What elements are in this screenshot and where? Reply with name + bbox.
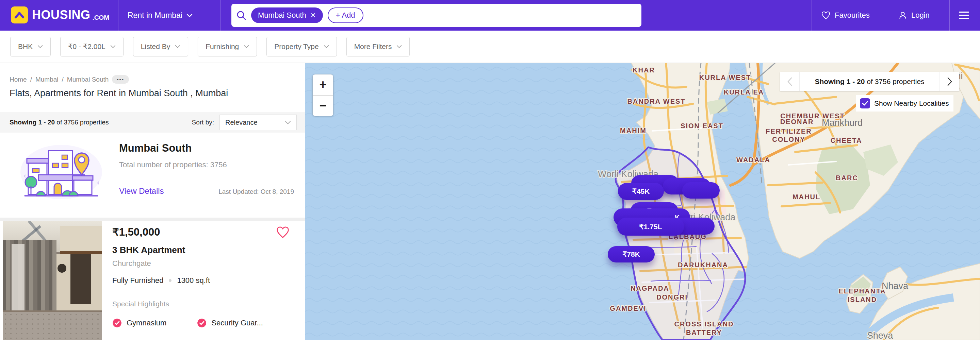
filter-button-2[interactable]: Listed By <box>133 37 188 56</box>
results-bar: Showing 1 - 20 of 3756 properties Sort b… <box>0 112 305 133</box>
pager-text: Showing 1 - 20 of 3756 properties <box>800 78 940 86</box>
property-card[interactable]: ₹1,50,000 3 BHK Apartment Churchgate Ful… <box>0 221 305 340</box>
map-price-pin-₹78K[interactable]: ₹78K <box>608 246 655 262</box>
map-price-pin-hidden[interactable] <box>682 182 720 199</box>
property-photo[interactable] <box>3 221 102 340</box>
filter-button-0[interactable]: BHK <box>10 37 51 56</box>
city-selector-dropdown[interactable]: Rent in Mumbai <box>127 0 192 30</box>
heart-icon <box>821 11 830 20</box>
housing-logo[interactable]: HOUSING .COM <box>11 6 109 24</box>
map-label: WADALA <box>737 156 770 164</box>
breadcrumb-more-button[interactable]: ••• <box>112 75 129 84</box>
favourite-heart-icon[interactable] <box>275 226 290 240</box>
map-label: COLONY <box>772 136 805 143</box>
map-label: KURLA EA <box>724 88 764 96</box>
add-locality-button[interactable]: + Add <box>328 8 363 23</box>
highlight-label: Security Guar... <box>211 319 263 327</box>
check-circle-icon <box>197 318 207 328</box>
search-bar[interactable]: Mumbai South ✕ + Add <box>231 4 641 27</box>
login-button[interactable]: Login <box>898 0 930 30</box>
locality-subtitle: Total number of properties: 3756 <box>119 160 227 169</box>
map-label: DONGRI <box>656 294 688 301</box>
filter-button-5[interactable]: More Filters <box>347 37 410 56</box>
brand-tld: .COM <box>92 14 110 21</box>
sort-select[interactable]: Relevance <box>220 114 297 130</box>
page-title: Flats, Apartments for Rent in Mumbai Sou… <box>10 88 228 99</box>
chip-remove-icon[interactable]: ✕ <box>310 12 316 19</box>
check-icon <box>862 101 868 106</box>
map-label: DEONAR <box>780 118 814 126</box>
sort-by-label: Sort by: <box>192 119 214 126</box>
filter-label: Furnishing <box>205 43 239 51</box>
map-label: Nhava <box>882 281 908 291</box>
map-price-pin-₹45K[interactable]: ₹45K <box>618 183 664 200</box>
pager-next-button[interactable] <box>940 72 959 91</box>
chevron-down-icon <box>186 14 192 17</box>
highlight-label: Gymnasium <box>127 319 166 327</box>
divider <box>889 0 889 30</box>
map-label: ISLAND <box>848 296 877 303</box>
brand-word: HOUSING <box>32 8 91 22</box>
filter-label: More Filters <box>354 43 392 51</box>
chevron-left-icon <box>788 77 792 86</box>
highlight-item-0: Gymnasium <box>112 318 166 328</box>
map-label: FERTILIZER <box>765 127 812 135</box>
divider <box>811 0 812 30</box>
nearby-checkbox[interactable] <box>860 98 870 108</box>
search-chip-mumbai-south[interactable]: Mumbai South ✕ <box>251 8 323 23</box>
filter-button-4[interactable]: Property Type <box>266 37 337 56</box>
city-selector-label: Rent in Mumbai <box>127 11 182 20</box>
results-count-bold: Showing 1 - 20 <box>10 119 55 126</box>
map-canvas[interactable]: KHARKURLA WESTKURLA EABANDRA WESTCHEMBUR… <box>305 63 980 340</box>
favourites-label: Favourites <box>835 11 870 20</box>
map-label: BARC <box>836 174 858 181</box>
check-circle-icon <box>112 318 122 328</box>
map-label: MAHIM <box>620 127 646 134</box>
login-label: Login <box>911 11 930 20</box>
map-label: Mankhurd <box>822 118 862 128</box>
divider <box>118 0 118 30</box>
last-updated: Last Updated: Oct 8, 2019 <box>218 188 294 195</box>
view-details-link[interactable]: View Details <box>119 186 164 196</box>
locality-illustration <box>19 142 104 201</box>
property-title: 3 BHK Apartment <box>112 245 185 255</box>
map-price-pin-₹1.75L[interactable]: ₹1.75L <box>617 218 684 236</box>
search-chip-label: Mumbai South <box>258 11 306 20</box>
pager-text-rest: of 3756 properties <box>865 78 924 85</box>
nearby-label: Show Nearby Localities <box>874 99 949 108</box>
highlight-item-1: Security Guar... <box>197 318 263 328</box>
furnishing-value: Fully Furnished <box>112 276 163 285</box>
results-count: Showing 1 - 20 of 3756 properties <box>10 119 108 126</box>
filter-label: BHK <box>18 43 33 51</box>
filter-label: Listed By <box>141 43 170 51</box>
menu-button[interactable] <box>958 0 970 30</box>
favourites-button[interactable]: Favourites <box>821 0 870 30</box>
chevron-down-icon <box>175 45 180 48</box>
filter-button-3[interactable]: Furnishing <box>198 37 257 56</box>
map-label: DARUKHANA <box>678 261 728 269</box>
breadcrumb-item-0[interactable]: Home <box>10 76 27 83</box>
search-icon <box>236 10 247 21</box>
filter-button-1[interactable]: ₹0 - ₹2.00L <box>60 37 124 56</box>
map-label: SION EAST <box>681 122 724 130</box>
highlights-list: GymnasiumSecurity Guar... <box>112 318 263 328</box>
chevron-down-icon <box>285 121 291 124</box>
breadcrumb-item-2[interactable]: Mumbai South <box>67 76 109 83</box>
property-locality: Churchgate <box>112 259 151 268</box>
show-nearby-localities[interactable]: Show Nearby Localities <box>856 95 953 111</box>
chevron-down-icon <box>324 45 329 48</box>
special-highlights-label: Special Highlights <box>112 300 169 308</box>
zoom-in-button[interactable]: + <box>313 75 333 95</box>
breadcrumb-item-1[interactable]: Mumbai <box>35 76 59 83</box>
zoom-out-button[interactable]: − <box>313 95 333 116</box>
pager-prev-button[interactable] <box>780 72 800 91</box>
filter-bar: BHK₹0 - ₹2.00LListed ByFurnishingPropert… <box>0 30 980 63</box>
map-label: BATTERY <box>686 329 722 336</box>
locality-title: Mumbai South <box>119 142 192 154</box>
map-zoom-control: + − <box>312 74 334 116</box>
results-panel: Home/Mumbai/Mumbai South••• Flats, Apart… <box>0 63 305 340</box>
map-label: GAMDEVI <box>610 305 646 312</box>
locality-card[interactable]: Mumbai South Total number of properties:… <box>0 133 305 218</box>
property-price: ₹1,50,000 <box>112 226 160 238</box>
area-value: 1300 sq.ft <box>177 276 210 285</box>
